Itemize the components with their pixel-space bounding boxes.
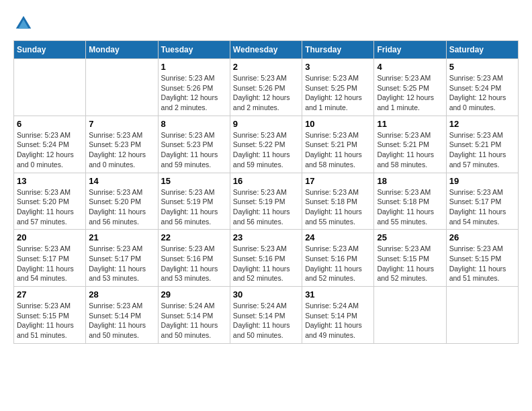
day-info: Sunrise: 5:23 AMSunset: 5:24 PMDaylight:…	[449, 73, 515, 113]
day-number: 13	[17, 176, 83, 186]
day-number: 24	[305, 232, 371, 242]
calendar-cell: 28Sunrise: 5:23 AMSunset: 5:14 PMDayligh…	[86, 287, 158, 344]
week-row-4: 20Sunrise: 5:23 AMSunset: 5:17 PMDayligh…	[14, 230, 519, 287]
day-number: 16	[233, 176, 299, 186]
day-info: Sunrise: 5:23 AMSunset: 5:25 PMDaylight:…	[305, 73, 371, 113]
day-number: 14	[89, 176, 154, 186]
calendar-cell: 22Sunrise: 5:23 AMSunset: 5:16 PMDayligh…	[158, 230, 230, 287]
calendar-cell: 31Sunrise: 5:24 AMSunset: 5:14 PMDayligh…	[302, 287, 374, 344]
calendar-cell: 12Sunrise: 5:23 AMSunset: 5:21 PMDayligh…	[446, 116, 518, 173]
calendar-cell: 3Sunrise: 5:23 AMSunset: 5:25 PMDaylight…	[302, 59, 374, 116]
calendar-cell: 11Sunrise: 5:23 AMSunset: 5:21 PMDayligh…	[374, 116, 446, 173]
day-number: 2	[233, 62, 299, 72]
calendar-cell: 8Sunrise: 5:23 AMSunset: 5:23 PMDaylight…	[158, 116, 230, 173]
day-number: 11	[377, 119, 443, 129]
weekday-header-sunday: Sunday	[14, 41, 86, 59]
calendar-cell: 27Sunrise: 5:23 AMSunset: 5:15 PMDayligh…	[14, 287, 86, 344]
week-row-5: 27Sunrise: 5:23 AMSunset: 5:15 PMDayligh…	[14, 287, 519, 344]
day-number: 29	[161, 289, 227, 300]
day-info: Sunrise: 5:23 AMSunset: 5:16 PMDaylight:…	[233, 244, 299, 283]
day-info: Sunrise: 5:23 AMSunset: 5:18 PMDaylight:…	[377, 187, 443, 227]
day-number: 21	[89, 232, 154, 242]
day-number: 1	[161, 62, 227, 72]
day-info: Sunrise: 5:23 AMSunset: 5:21 PMDaylight:…	[377, 130, 443, 170]
weekday-header-friday: Friday	[374, 41, 446, 59]
day-number: 3	[305, 62, 371, 72]
calendar-cell: 13Sunrise: 5:23 AMSunset: 5:20 PMDayligh…	[14, 173, 86, 230]
header	[13, 13, 519, 34]
day-number: 6	[17, 119, 83, 129]
day-number: 12	[449, 119, 515, 129]
day-number: 15	[161, 176, 227, 186]
day-number: 25	[377, 232, 443, 242]
day-info: Sunrise: 5:23 AMSunset: 5:17 PMDaylight:…	[89, 244, 154, 283]
calendar-cell: 20Sunrise: 5:23 AMSunset: 5:17 PMDayligh…	[14, 230, 86, 287]
day-info: Sunrise: 5:23 AMSunset: 5:15 PMDaylight:…	[449, 244, 515, 283]
week-row-3: 13Sunrise: 5:23 AMSunset: 5:20 PMDayligh…	[14, 173, 519, 230]
calendar-cell: 10Sunrise: 5:23 AMSunset: 5:21 PMDayligh…	[302, 116, 374, 173]
calendar-cell: 9Sunrise: 5:23 AMSunset: 5:22 PMDaylight…	[230, 116, 302, 173]
day-number: 26	[449, 232, 515, 242]
day-info: Sunrise: 5:23 AMSunset: 5:15 PMDaylight:…	[377, 244, 443, 283]
day-number: 27	[17, 289, 83, 300]
day-number: 19	[449, 176, 515, 186]
calendar-cell	[446, 287, 518, 344]
calendar-cell: 23Sunrise: 5:23 AMSunset: 5:16 PMDayligh…	[230, 230, 302, 287]
calendar-cell: 2Sunrise: 5:23 AMSunset: 5:26 PMDaylight…	[230, 59, 302, 116]
day-info: Sunrise: 5:23 AMSunset: 5:15 PMDaylight:…	[17, 301, 83, 340]
day-number: 17	[305, 176, 371, 186]
weekday-header-monday: Monday	[86, 41, 158, 59]
day-info: Sunrise: 5:23 AMSunset: 5:20 PMDaylight:…	[17, 187, 83, 227]
day-info: Sunrise: 5:23 AMSunset: 5:17 PMDaylight:…	[17, 244, 83, 283]
logo-icon	[13, 13, 34, 34]
day-number: 20	[17, 232, 83, 242]
calendar-cell: 1Sunrise: 5:23 AMSunset: 5:26 PMDaylight…	[158, 59, 230, 116]
calendar-table: SundayMondayTuesdayWednesdayThursdayFrid…	[13, 40, 519, 344]
weekday-header-row: SundayMondayTuesdayWednesdayThursdayFrid…	[14, 41, 519, 59]
day-info: Sunrise: 5:23 AMSunset: 5:26 PMDaylight:…	[233, 73, 299, 113]
day-info: Sunrise: 5:23 AMSunset: 5:24 PMDaylight:…	[17, 130, 83, 170]
day-info: Sunrise: 5:23 AMSunset: 5:23 PMDaylight:…	[89, 130, 154, 170]
day-info: Sunrise: 5:23 AMSunset: 5:23 PMDaylight:…	[161, 130, 227, 170]
day-info: Sunrise: 5:23 AMSunset: 5:16 PMDaylight:…	[161, 244, 227, 283]
day-number: 10	[305, 119, 371, 129]
day-info: Sunrise: 5:23 AMSunset: 5:16 PMDaylight:…	[305, 244, 371, 283]
calendar-cell: 5Sunrise: 5:23 AMSunset: 5:24 PMDaylight…	[446, 59, 518, 116]
calendar-cell: 7Sunrise: 5:23 AMSunset: 5:23 PMDaylight…	[86, 116, 158, 173]
day-info: Sunrise: 5:23 AMSunset: 5:20 PMDaylight:…	[89, 187, 154, 227]
day-number: 23	[233, 232, 299, 242]
week-row-2: 6Sunrise: 5:23 AMSunset: 5:24 PMDaylight…	[14, 116, 519, 173]
calendar-cell	[14, 59, 86, 116]
week-row-1: 1Sunrise: 5:23 AMSunset: 5:26 PMDaylight…	[14, 59, 519, 116]
calendar-cell	[86, 59, 158, 116]
day-info: Sunrise: 5:23 AMSunset: 5:22 PMDaylight:…	[233, 130, 299, 170]
day-number: 8	[161, 119, 227, 129]
day-info: Sunrise: 5:23 AMSunset: 5:14 PMDaylight:…	[89, 301, 154, 340]
day-info: Sunrise: 5:23 AMSunset: 5:19 PMDaylight:…	[233, 187, 299, 227]
calendar-cell: 25Sunrise: 5:23 AMSunset: 5:15 PMDayligh…	[374, 230, 446, 287]
calendar-cell: 14Sunrise: 5:23 AMSunset: 5:20 PMDayligh…	[86, 173, 158, 230]
day-info: Sunrise: 5:23 AMSunset: 5:26 PMDaylight:…	[161, 73, 227, 113]
day-number: 22	[161, 232, 227, 242]
day-number: 31	[305, 289, 371, 300]
calendar-cell: 30Sunrise: 5:24 AMSunset: 5:14 PMDayligh…	[230, 287, 302, 344]
calendar-cell: 29Sunrise: 5:24 AMSunset: 5:14 PMDayligh…	[158, 287, 230, 344]
calendar-cell: 16Sunrise: 5:23 AMSunset: 5:19 PMDayligh…	[230, 173, 302, 230]
day-info: Sunrise: 5:24 AMSunset: 5:14 PMDaylight:…	[305, 301, 371, 340]
day-number: 4	[377, 62, 443, 72]
day-info: Sunrise: 5:24 AMSunset: 5:14 PMDaylight:…	[161, 301, 227, 340]
calendar-cell: 26Sunrise: 5:23 AMSunset: 5:15 PMDayligh…	[446, 230, 518, 287]
calendar-cell: 4Sunrise: 5:23 AMSunset: 5:25 PMDaylight…	[374, 59, 446, 116]
day-info: Sunrise: 5:23 AMSunset: 5:21 PMDaylight:…	[449, 130, 515, 170]
logo	[13, 13, 36, 34]
day-number: 7	[89, 119, 154, 129]
day-info: Sunrise: 5:23 AMSunset: 5:19 PMDaylight:…	[161, 187, 227, 227]
day-number: 9	[233, 119, 299, 129]
day-number: 18	[377, 176, 443, 186]
day-info: Sunrise: 5:23 AMSunset: 5:17 PMDaylight:…	[449, 187, 515, 227]
calendar-cell: 17Sunrise: 5:23 AMSunset: 5:18 PMDayligh…	[302, 173, 374, 230]
day-number: 30	[233, 289, 299, 300]
calendar-cell	[374, 287, 446, 344]
weekday-header-tuesday: Tuesday	[158, 41, 230, 59]
day-info: Sunrise: 5:23 AMSunset: 5:18 PMDaylight:…	[305, 187, 371, 227]
